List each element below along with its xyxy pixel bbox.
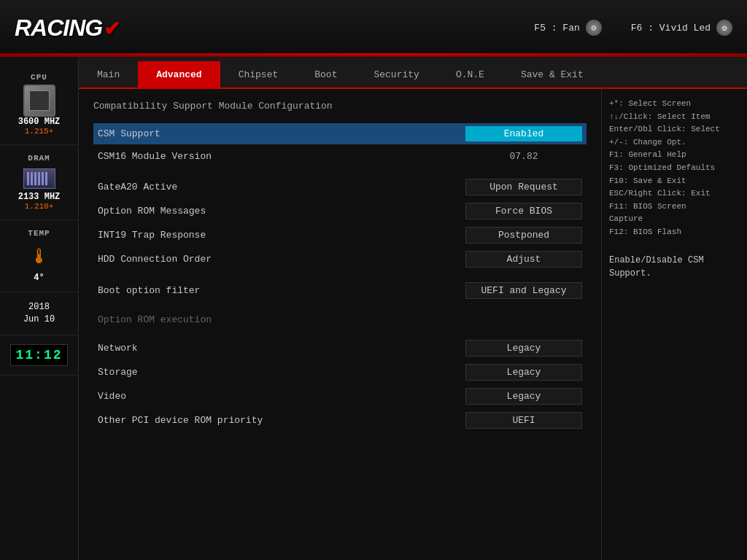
row-csm-support[interactable]: CSM Support Enabled xyxy=(93,123,587,144)
dram-label: DRAM xyxy=(28,154,50,163)
row-other-pci[interactable]: Other PCI device ROM priority UEFI xyxy=(93,409,587,432)
int19-trap-label: INT19 Trap Response xyxy=(98,230,375,241)
row-int19-trap[interactable]: INT19 Trap Response Postponed xyxy=(93,224,587,246)
f6-led-button[interactable]: F6 : Vivid Led ✿ xyxy=(631,20,732,36)
led-icon: ✿ xyxy=(716,20,732,36)
tab-chipset[interactable]: Chipset xyxy=(220,61,297,88)
cpu-speed: 3600 MHZ xyxy=(18,117,61,127)
option-rom-exec-label: Option ROM execution xyxy=(98,314,375,325)
option-rom-exec-value xyxy=(465,317,582,322)
cpu-section: CPU 3600 MHZ 1.215+ xyxy=(0,64,78,145)
storage-value[interactable]: Legacy xyxy=(465,364,582,381)
csm-support-value[interactable]: Enabled xyxy=(465,126,582,141)
dram-line xyxy=(27,172,29,185)
network-value[interactable]: Legacy xyxy=(465,340,582,357)
row-option-rom-msg[interactable]: Option ROM Messages Force BIOS xyxy=(93,200,587,222)
tab-main[interactable]: Main xyxy=(79,61,138,88)
f5-label: F5 : Fan xyxy=(534,23,579,34)
year-display: 2018 xyxy=(23,301,55,314)
dram-line xyxy=(45,172,47,185)
row-gatea20[interactable]: GateA20 Active Upon Request xyxy=(93,176,587,198)
dram-line xyxy=(34,172,36,185)
csm16-label: CSM16 Module Version xyxy=(98,151,375,162)
sidebar: CPU 3600 MHZ 1.215+ DRAM 2133 MHZ 1.210+… xyxy=(0,57,79,560)
row-storage[interactable]: Storage Legacy xyxy=(93,361,587,384)
separator-3 xyxy=(93,303,587,311)
storage-label: Storage xyxy=(98,367,375,378)
hdd-order-label: HDD Connection Order xyxy=(98,254,375,265)
dram-speed: 2133 MHZ xyxy=(18,192,61,202)
logo: RACING✔ xyxy=(15,15,120,42)
cpu-voltage: 1.215+ xyxy=(25,127,54,136)
separator-1 xyxy=(93,168,587,176)
network-label: Network xyxy=(98,343,375,354)
other-pci-value[interactable]: UEFI xyxy=(465,412,582,429)
logo-text: RACING✔ xyxy=(15,15,120,42)
time-section: 11:12 xyxy=(0,335,78,376)
video-value[interactable]: Legacy xyxy=(465,388,582,405)
other-pci-label: Other PCI device ROM priority xyxy=(98,415,375,426)
header-right: F5 : Fan ⚙ F6 : Vivid Led ✿ xyxy=(534,20,732,36)
temp-icon: 🌡 xyxy=(23,241,55,273)
temp-value: 4° xyxy=(34,273,44,283)
main-content: Compatibility Support Module Configurati… xyxy=(79,89,601,560)
int19-trap-value[interactable]: Postponed xyxy=(465,227,582,244)
thermometer-icon: 🌡 xyxy=(29,244,50,269)
csm16-value: 07.82 xyxy=(465,149,582,164)
row-boot-filter[interactable]: Boot option filter UEFI and Legacy xyxy=(93,279,587,302)
date-day-display: Jun 10 xyxy=(23,314,55,326)
video-label: Video xyxy=(98,391,375,402)
fan-icon: ⚙ xyxy=(586,20,602,36)
header: RACING✔ F5 : Fan ⚙ F6 : Vivid Led ✿ xyxy=(0,0,747,57)
dram-section: DRAM 2133 MHZ 1.210+ xyxy=(0,145,78,220)
separator-2 xyxy=(93,272,587,279)
row-video[interactable]: Video Legacy xyxy=(93,385,587,408)
dram-line xyxy=(38,172,40,185)
date-display: 2018 Jun 10 xyxy=(23,301,55,326)
gatea20-label: GateA20 Active xyxy=(98,182,375,192)
boot-filter-label: Boot option filter xyxy=(98,285,375,296)
row-hdd-order[interactable]: HDD Connection Order Adjust xyxy=(93,248,587,271)
date-section: 2018 Jun 10 xyxy=(0,292,78,335)
tab-one[interactable]: O.N.E xyxy=(438,61,503,88)
dram-line xyxy=(42,172,44,185)
dram-line xyxy=(31,172,33,185)
tab-save-exit[interactable]: Save & Exit xyxy=(503,61,602,88)
f6-label: F6 : Vivid Led xyxy=(631,23,711,34)
tab-boot[interactable]: Boot xyxy=(296,61,355,88)
dram-icon xyxy=(23,168,55,189)
cpu-icon xyxy=(23,85,55,117)
help-description: Enable/Disable CSM Support. xyxy=(609,254,740,280)
logo-checkmark: ✔ xyxy=(104,18,120,40)
f5-fan-button[interactable]: F5 : Fan ⚙ xyxy=(534,20,601,36)
separator-4 xyxy=(93,330,587,337)
row-csm16-version: CSM16 Module Version 07.82 xyxy=(93,146,587,167)
nav-tabs: Main Advanced Chipset Boot Security O.N.… xyxy=(79,57,747,89)
tab-security[interactable]: Security xyxy=(355,61,437,88)
section-title: Compatibility Support Module Configurati… xyxy=(93,101,587,112)
cpu-chip xyxy=(29,90,50,111)
time-display: 11:12 xyxy=(10,344,67,366)
help-shortcuts: +*: Select Screen ↑↓/Click: Select Item … xyxy=(609,98,740,239)
option-rom-msg-value[interactable]: Force BIOS xyxy=(465,203,582,219)
temp-section: TEMP 🌡 4° xyxy=(0,220,78,292)
row-option-rom-exec: Option ROM execution xyxy=(93,311,587,328)
gatea20-value[interactable]: Upon Request xyxy=(465,179,582,195)
hdd-order-value[interactable]: Adjust xyxy=(465,251,582,268)
cpu-label: CPU xyxy=(31,73,47,82)
option-rom-msg-label: Option ROM Messages xyxy=(98,206,375,217)
dram-lines xyxy=(24,169,55,188)
tab-advanced[interactable]: Advanced xyxy=(138,61,220,88)
boot-filter-value[interactable]: UEFI and Legacy xyxy=(465,282,582,299)
temp-label: TEMP xyxy=(28,229,50,238)
csm-support-label: CSM Support xyxy=(98,128,375,139)
row-network[interactable]: Network Legacy xyxy=(93,337,587,359)
dram-voltage: 1.210+ xyxy=(25,202,54,211)
help-panel: +*: Select Screen ↑↓/Click: Select Item … xyxy=(601,89,747,560)
